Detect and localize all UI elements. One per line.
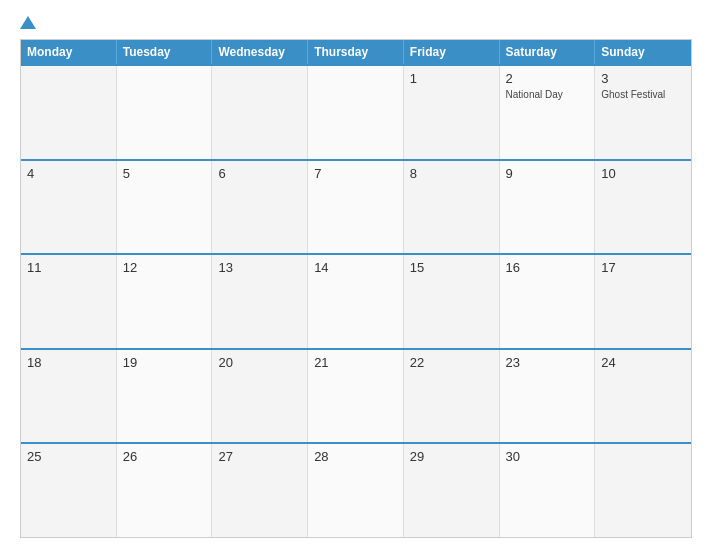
cal-cell-w4-d3: 20: [212, 350, 308, 443]
cal-cell-w5-d4: 28: [308, 444, 404, 537]
calendar-header-row: Monday Tuesday Wednesday Thursday Friday…: [21, 40, 691, 64]
day-number: 4: [27, 166, 110, 181]
day-number: 10: [601, 166, 685, 181]
week-row-2: 45678910: [21, 159, 691, 254]
day-number: 27: [218, 449, 301, 464]
calendar-body: 12National Day3Ghost Festival45678910111…: [21, 64, 691, 537]
week-row-3: 11121314151617: [21, 253, 691, 348]
calendar-grid: Monday Tuesday Wednesday Thursday Friday…: [20, 39, 692, 538]
cal-cell-w1-d3: [212, 66, 308, 159]
week-row-5: 252627282930: [21, 442, 691, 537]
cal-cell-w3-d5: 15: [404, 255, 500, 348]
cal-cell-w4-d2: 19: [117, 350, 213, 443]
day-number: 7: [314, 166, 397, 181]
header-tuesday: Tuesday: [117, 40, 213, 64]
day-number: 9: [506, 166, 589, 181]
cal-cell-w2-d5: 8: [404, 161, 500, 254]
cal-cell-w5-d3: 27: [212, 444, 308, 537]
day-number: 24: [601, 355, 685, 370]
day-number: 3: [601, 71, 685, 86]
cal-cell-w5-d2: 26: [117, 444, 213, 537]
cal-cell-w1-d2: [117, 66, 213, 159]
cal-cell-w2-d4: 7: [308, 161, 404, 254]
cal-cell-w2-d2: 5: [117, 161, 213, 254]
day-number: 18: [27, 355, 110, 370]
day-number: 1: [410, 71, 493, 86]
event-label: Ghost Festival: [601, 88, 685, 101]
day-number: 12: [123, 260, 206, 275]
cal-cell-w4-d6: 23: [500, 350, 596, 443]
day-number: 17: [601, 260, 685, 275]
cal-cell-w4-d4: 21: [308, 350, 404, 443]
day-number: 25: [27, 449, 110, 464]
cal-cell-w5-d1: 25: [21, 444, 117, 537]
header-sunday: Sunday: [595, 40, 691, 64]
day-number: 15: [410, 260, 493, 275]
day-number: 14: [314, 260, 397, 275]
header-friday: Friday: [404, 40, 500, 64]
cal-cell-w3-d4: 14: [308, 255, 404, 348]
day-number: 22: [410, 355, 493, 370]
cal-cell-w1-d7: 3Ghost Festival: [595, 66, 691, 159]
header-wednesday: Wednesday: [212, 40, 308, 64]
cal-cell-w2-d6: 9: [500, 161, 596, 254]
day-number: 30: [506, 449, 589, 464]
cal-cell-w3-d3: 13: [212, 255, 308, 348]
cal-cell-w3-d6: 16: [500, 255, 596, 348]
cal-cell-w1-d4: [308, 66, 404, 159]
cal-cell-w5-d5: 29: [404, 444, 500, 537]
week-row-1: 12National Day3Ghost Festival: [21, 64, 691, 159]
header: [20, 16, 692, 29]
cal-cell-w3-d1: 11: [21, 255, 117, 348]
cal-cell-w5-d7: [595, 444, 691, 537]
logo-blue-row: [20, 16, 40, 29]
cal-cell-w2-d7: 10: [595, 161, 691, 254]
day-number: 29: [410, 449, 493, 464]
cal-cell-w1-d6: 2National Day: [500, 66, 596, 159]
cal-cell-w4-d5: 22: [404, 350, 500, 443]
day-number: 26: [123, 449, 206, 464]
logo-triangle-icon: [20, 16, 36, 29]
week-row-4: 18192021222324: [21, 348, 691, 443]
day-number: 23: [506, 355, 589, 370]
day-number: 6: [218, 166, 301, 181]
day-number: 16: [506, 260, 589, 275]
cal-cell-w3-d2: 12: [117, 255, 213, 348]
header-thursday: Thursday: [308, 40, 404, 64]
logo: [20, 16, 40, 29]
calendar-page: Monday Tuesday Wednesday Thursday Friday…: [0, 0, 712, 550]
cal-cell-w1-d1: [21, 66, 117, 159]
day-number: 13: [218, 260, 301, 275]
day-number: 21: [314, 355, 397, 370]
cal-cell-w1-d5: 1: [404, 66, 500, 159]
day-number: 8: [410, 166, 493, 181]
event-label: National Day: [506, 88, 589, 101]
cal-cell-w2-d3: 6: [212, 161, 308, 254]
day-number: 2: [506, 71, 589, 86]
day-number: 28: [314, 449, 397, 464]
cal-cell-w4-d1: 18: [21, 350, 117, 443]
header-monday: Monday: [21, 40, 117, 64]
day-number: 20: [218, 355, 301, 370]
cal-cell-w2-d1: 4: [21, 161, 117, 254]
day-number: 11: [27, 260, 110, 275]
cal-cell-w3-d7: 17: [595, 255, 691, 348]
header-saturday: Saturday: [500, 40, 596, 64]
day-number: 19: [123, 355, 206, 370]
cal-cell-w4-d7: 24: [595, 350, 691, 443]
cal-cell-w5-d6: 30: [500, 444, 596, 537]
day-number: 5: [123, 166, 206, 181]
